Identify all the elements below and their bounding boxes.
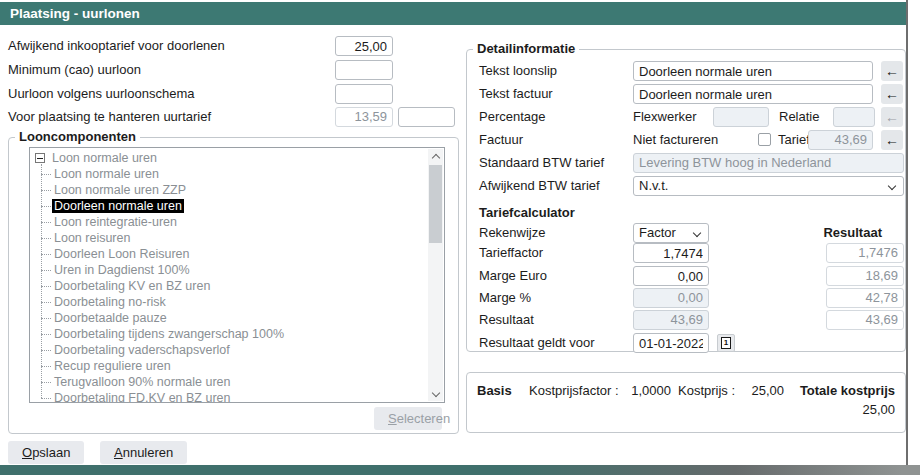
label-tarieffactor: Tarieffactor [479,243,543,263]
tekst-factuur-input[interactable] [633,84,873,104]
tree-item[interactable]: Loon reintegratie-uren [30,214,428,230]
label-factuur: Factuur [479,130,523,150]
marge-pct-readonly: 0,00 [633,288,709,308]
looncomponenten-tree: Loon normale uren Loon normale uren Loon… [29,147,445,403]
annuleren-button[interactable]: Annuleren [100,441,187,464]
tree-item-selected[interactable]: Doorleen normale uren [30,198,428,214]
resultaat-column-header: Resultaat [804,223,882,243]
tree-item[interactable]: Doorbetaling no-risk [30,294,428,310]
tree-item[interactable]: Doorbetaling vaderschapsverlof [30,342,428,358]
relatie-percentage-field [833,107,875,127]
afwijkend-inkooptarief-input[interactable] [335,36,393,56]
resultaat-geldt-voor-date-input[interactable] [633,333,709,353]
resultaat-readonly: 43,69 [633,310,709,330]
calendar-button[interactable]: 1 [717,334,735,352]
uurloon-uurloonschema-input[interactable] [335,84,393,104]
label-flexwerker: Flexwerker [633,107,697,127]
scroll-up-icon[interactable] [428,149,443,164]
minimum-cao-uurloon-input[interactable] [335,60,393,80]
label-rekenwijze: Rekenwijze [479,223,545,243]
label-tekst-loonslip: Tekst loonslip [479,61,557,81]
label-resultaat: Resultaat [479,310,534,330]
label-te-hanteren-uurtarief: Voor plaatsing te hanteren uurtarief [8,107,211,127]
tarief-readonly: 43,69 [808,130,873,150]
tree-item[interactable]: Loon reisuren [30,230,428,246]
tree-item[interactable]: Recup reguliere uren [30,358,428,374]
tree-item[interactable]: Loon normale uren ZZP [30,182,428,198]
kostprijsfactor-value: 1,0000 [597,381,671,401]
tree-item[interactable]: Terugvalloon 90% normale uren [30,374,428,390]
label-tarief: Tarief [778,130,810,150]
tree-item[interactable]: Doorbetaling tijdens zwangerschap 100% [30,326,428,342]
basis-label: Basis [477,381,512,401]
marge-euro-input[interactable] [633,266,709,286]
niet-factureren-checkbox[interactable] [758,133,771,146]
window-bottom-edge [0,465,920,475]
tree-item[interactable]: Doorleen Loon Reisuren [30,246,428,262]
tree-item[interactable]: Doorbetaalde pauze [30,310,428,326]
chevron-down-icon [693,229,701,237]
rekenwijze-select[interactable]: Factor [633,223,709,243]
label-marge-euro: Marge Euro [479,266,547,286]
label-afwijkend-btw: Afwijkend BTW tarief [479,176,600,196]
arrow-left-icon: ← [885,109,899,125]
label-relatie: Relatie [779,107,819,127]
label-percentage: Percentage [479,107,546,127]
label-afwijkend-inkooptarief: Afwijkend inkooptarief voor doorlenen [8,36,225,56]
opslaan-button[interactable]: Opslaan [8,441,84,464]
detailinformatie-group: Detailinformatie Tekst loonslip ← Tekst … [466,49,906,352]
scroll-down-icon[interactable] [428,386,443,401]
copy-default-tarief-button[interactable]: ← [881,130,903,150]
tariefcalculator-title: Tariefcalculator [479,203,575,223]
tree-root-item[interactable]: Loon normale uren [30,150,428,166]
resultaat-result: 43,69 [826,310,904,330]
marge-euro-result: 18,69 [826,266,904,286]
tarieffactor-result: 1,7476 [826,243,904,263]
tree-scrollbar[interactable] [428,149,443,401]
label-standaard-btw: Standaard BTW tarief [479,153,604,173]
arrow-left-icon: ← [885,132,899,148]
selecteren-button: Selecteren [374,407,442,430]
arrow-left-icon: ← [885,63,899,79]
label-tekst-factuur: Tekst factuur [479,84,553,104]
tree-item[interactable]: Loon normale uren [30,166,428,182]
copy-default-percentage-button: ← [881,107,903,127]
looncomponenten-legend: Looncomponenten [15,129,140,144]
tree-item[interactable]: Doorbetaling KV en BZ uren [30,278,428,294]
label-marge-pct: Marge % [479,288,531,308]
detailinformatie-legend: Detailinformatie [473,41,579,56]
tree-item[interactable]: Doorbetaling FD.KV en BZ uren [30,390,428,403]
te-hanteren-uurtarief-readonly: 13,59 [335,107,393,127]
standaard-btw-readonly: Levering BTW hoog in Nederland [633,153,904,173]
marge-pct-result: 42,78 [826,288,904,308]
flexwerker-percentage-field [713,107,769,127]
looncomponenten-group: Looncomponenten Loon normale uren Loon n… [8,137,459,434]
copy-default-loonslip-button[interactable]: ← [881,61,903,81]
scrollbar-thumb[interactable] [429,165,442,243]
tekst-loonslip-input[interactable] [633,61,873,81]
collapse-icon[interactable] [35,153,45,163]
tree-item[interactable]: Uren in Dagdienst 100% [30,262,428,278]
totale-kostprijs-value: 25,00 [862,400,895,420]
te-hanteren-uurtarief-input[interactable] [398,107,455,127]
arrow-left-icon: ← [885,86,899,102]
totale-kostprijs-label: Totale kostprijs [800,381,895,401]
label-uurloon-uurloonschema: Uurloon volgens uurloonschema [8,84,194,104]
label-resultaat-geldt-voor: Resultaat geldt voor [479,333,595,353]
calendar-icon: 1 [721,337,731,349]
window-edge [906,0,908,465]
label-minimum-cao-uurloon: Minimum (cao) uurloon [8,60,141,80]
label-niet-factureren: Niet factureren [633,130,718,150]
copy-default-factuur-button[interactable]: ← [881,84,903,104]
dialog-plaatsing-uurlonen: Plaatsing - uurlonen Afwijkend inkooptar… [0,0,920,475]
tarieffactor-input[interactable] [633,243,709,263]
basis-summary-box: Basis Kostprijsfactor : 1,0000 Kostprijs… [466,372,906,433]
chevron-down-icon [888,182,896,190]
afwijkend-btw-select[interactable]: N.v.t. [633,176,904,196]
dialog-title: Plaatsing - uurlonen [0,2,906,25]
kostprijs-value: 25,00 [712,381,784,401]
